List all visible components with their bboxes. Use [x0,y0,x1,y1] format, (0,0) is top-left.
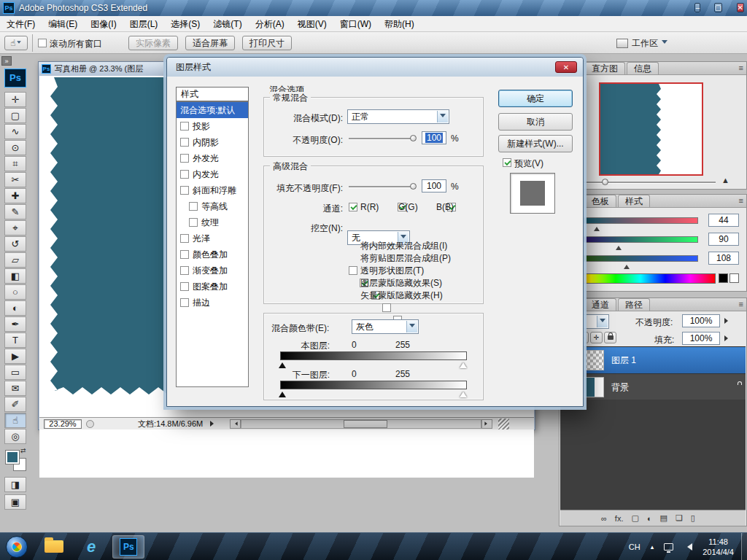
opacity-input[interactable]: 100 [422,131,446,144]
underlying-layer-gradient[interactable] [280,381,467,389]
tab-info[interactable]: 信息 [627,62,659,74]
cancel-button[interactable]: 取消 [498,113,573,131]
fill-opacity-slider[interactable] [349,186,414,188]
new-group-icon[interactable]: ▤ [660,513,667,523]
scrollbar-thumb[interactable] [344,420,387,428]
style-item-gradient-overlay[interactable]: 渐变叠加 [177,262,248,279]
history-brush-tool[interactable]: ↺ [4,236,26,252]
new-style-button[interactable]: 新建样式(W)... [498,135,573,152]
layer-thumbnail[interactable] [584,377,604,397]
menu-filter[interactable]: 滤镜(T) [206,16,248,32]
style-checkbox[interactable] [189,202,198,211]
style-checkbox[interactable] [180,122,189,131]
minimize-button[interactable]: – [694,3,700,12]
opacity-slider[interactable] [349,138,414,140]
brush-tool[interactable]: ✎ [4,204,26,219]
taskbar-photoshop-button[interactable]: Ps [112,535,144,559]
blend-interior-checkbox[interactable] [349,266,357,275]
resize-grip[interactable] [498,419,509,429]
style-item-contour[interactable]: 等高线 [177,198,248,214]
lock-all-icon[interactable] [604,332,616,343]
adjustment-layer-icon[interactable]: ◐ [647,514,652,523]
print-size-button[interactable]: 打印尺寸 [242,36,292,50]
tab-swatches[interactable]: 色板 [584,195,616,207]
style-checkbox[interactable] [180,250,189,259]
pen-tool[interactable]: ✒ [4,316,26,332]
style-item-pattern-overlay[interactable]: 图案叠加 [177,279,248,295]
layer-thumbnail[interactable] [584,350,604,370]
fit-screen-button[interactable]: 适合屏幕 [185,36,235,50]
tab-channels[interactable]: 通道 [584,298,616,311]
menu-layer[interactable]: 图层(L) [123,16,165,32]
zoom-level[interactable]: 23.29% [44,419,82,429]
link-layers-icon[interactable]: ∞ [601,514,607,523]
dialog-titlebar[interactable]: 图层样式 ✕ [167,58,583,77]
style-checkbox[interactable] [180,234,189,243]
hand-tool[interactable]: ☝ [4,413,26,428]
close-button[interactable]: ✕ [737,3,744,12]
type-tool[interactable]: T [4,332,26,348]
screen-mode-button[interactable]: ▣ [4,494,26,510]
layer-row-background[interactable]: 背景 [560,373,746,400]
hscroll-left-button[interactable] [230,419,241,429]
style-checkbox[interactable] [180,298,189,307]
language-indicator[interactable]: CH [629,542,640,551]
style-checkbox[interactable] [180,282,189,291]
this-layer-gradient[interactable] [280,351,467,360]
clock[interactable]: 11:48 2014/4/4 [703,537,734,557]
tab-styles[interactable]: 样式 [618,195,650,207]
menu-select[interactable]: 选择(S) [164,16,206,32]
navigator-zoom-slider[interactable] [577,182,716,184]
style-checkbox[interactable] [180,170,189,179]
notes-tool[interactable]: ✉ [4,381,26,396]
zoom-slider-thumb[interactable] [602,179,608,185]
style-checkbox[interactable] [189,218,198,227]
white-slider-marker[interactable] [460,359,467,368]
style-item-texture[interactable]: 纹理 [177,214,248,230]
menu-analysis[interactable]: 分析(A) [249,16,291,32]
style-item-bevel-emboss[interactable]: 斜面和浮雕 [177,182,248,198]
taskbar-ie-button[interactable]: e [80,535,102,559]
tab-paths[interactable]: 路径 [618,298,650,311]
style-item-inner-glow[interactable]: 内发光 [177,166,248,182]
layer-mask-hides-checkbox[interactable] [382,303,391,312]
navigator-proxy-view[interactable] [599,82,703,176]
delete-layer-icon[interactable]: ▯ [691,513,695,523]
fill-opacity-input[interactable]: 100 [422,179,446,192]
r-slider-track[interactable] [576,217,698,224]
hscroll-right-button[interactable] [481,419,492,429]
opacity-slider-thumb[interactable] [410,135,417,141]
scroll-all-windows-checkbox[interactable] [38,39,47,47]
current-tool-preset[interactable]: ☝ [4,36,28,50]
eyedropper-tool[interactable]: ✐ [4,397,26,412]
shape-tool[interactable]: ▭ [4,365,26,380]
network-icon[interactable] [664,543,673,551]
volume-icon[interactable] [684,543,692,551]
style-checkbox[interactable] [180,138,189,147]
start-button[interactable] [6,536,28,558]
panel-menu-icon[interactable]: ≡ [739,195,743,207]
g-slider-thumb[interactable] [616,243,622,250]
gradient-tool[interactable]: ◧ [4,268,26,284]
fill-scrubber-icon[interactable] [724,335,731,341]
black-slider-marker[interactable] [279,388,286,397]
toolbox-collapse-button[interactable]: » [1,56,12,66]
tab-histogram[interactable]: 直方图 [584,62,625,74]
lasso-tool[interactable]: ∿ [4,124,26,139]
eraser-tool[interactable]: ▱ [4,252,26,268]
color-spectrum-ramp[interactable] [565,273,716,284]
show-hidden-icons[interactable]: ▴ [651,543,654,551]
foreground-color-swatch[interactable] [6,451,19,464]
b-value[interactable]: 108 [708,252,739,265]
fill-opacity-slider-thumb[interactable] [410,183,417,190]
style-item-inner-shadow[interactable]: 内阴影 [177,134,248,150]
b-slider-track[interactable] [576,255,698,262]
blend-mode-select[interactable]: 正常 [347,109,449,124]
style-item-color-overlay[interactable]: 颜色叠加 [177,246,248,262]
style-checkbox[interactable] [180,154,189,163]
dialog-close-button[interactable]: ✕ [555,61,577,73]
channel-r-checkbox[interactable] [349,203,357,211]
lock-position-icon[interactable]: ✛ [590,332,603,343]
style-item-satin[interactable]: 光泽 [177,230,248,246]
g-value[interactable]: 90 [708,233,739,246]
